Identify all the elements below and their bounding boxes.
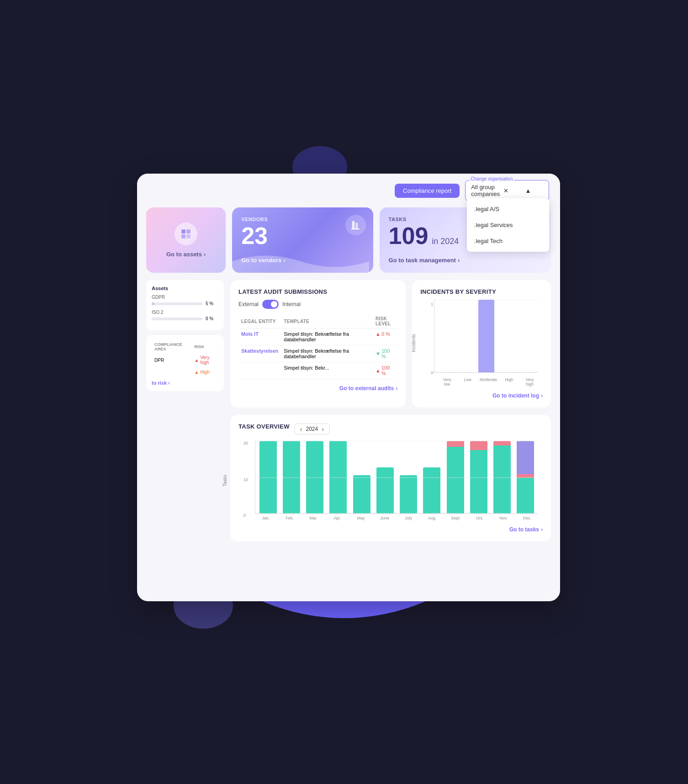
audit-risk-2: ▲ 100 %	[373, 362, 397, 379]
dropdown-item-0[interactable]: .legal A/S	[467, 201, 549, 217]
compliance-area-1	[153, 368, 192, 376]
x-label-very-low: Verylow	[439, 377, 455, 387]
audit-template-2: Simpel tilsyn: Bekr...	[281, 362, 373, 379]
go-to-audits-link[interactable]: Go to external audits ›	[339, 385, 397, 392]
dropdown-item-1[interactable]: .legal Services	[467, 217, 549, 233]
go-to-tasks-link[interactable]: Go to tasks ›	[509, 526, 543, 533]
gdpr-label: GDPR	[152, 295, 218, 300]
risk-up-0: ▲ 0 %	[376, 331, 395, 337]
vendors-card: VENDORS 23 Go to vendors ›	[232, 207, 373, 273]
main-dashboard-card: Compliance report Change organisation Al…	[137, 174, 560, 601]
vendor-icon	[345, 215, 366, 235]
svg-rect-1	[186, 229, 191, 233]
audit-card: LATEST AUDIT SUBMISSIONS External Intern…	[230, 280, 406, 408]
task-chart-wrapper: Tasks 20 10 0	[238, 441, 543, 520]
gdpr-progress-item: GDPR 5 %	[152, 295, 218, 306]
task-bar-stack-4	[353, 475, 370, 514]
task-bar-stack-5	[376, 467, 394, 514]
org-dropdown-menu: .legal A/S .legal Services .legal Tech	[467, 198, 549, 252]
task-x-label-2: Mar.	[302, 516, 324, 520]
risk-badge-high: ▲ High	[195, 370, 216, 375]
tasks-year: in 2024	[432, 237, 459, 246]
col-entity: LEGAL ENTITY	[238, 314, 281, 328]
go-to-incidents-link[interactable]: Go to incident log ›	[492, 392, 543, 399]
left-sidebar: Assets GDPR 5 % ISO 2	[146, 280, 224, 541]
audit-row-2: Simpel tilsyn: Bekr... ▲ 100 %	[238, 362, 397, 379]
go-to-assets-link[interactable]: Go to assets ›	[166, 251, 206, 258]
year-next-button[interactable]: ›	[321, 425, 325, 433]
iso-progress-bg	[152, 318, 203, 320]
arrow-right-icon: ›	[204, 251, 206, 258]
arrow-right-icon: ›	[541, 392, 543, 399]
toggle-external-label: External	[238, 301, 259, 307]
toggle-internal-label: Internal	[282, 301, 301, 307]
task-chart: 20 10 0	[255, 441, 538, 514]
task-x-labels: Jan.Feb.Mar.Apr.MayJuneJulyAug.Sept.Oct.…	[255, 516, 538, 520]
task-x-label-5: June	[374, 516, 396, 520]
task-x-label-4: May	[350, 516, 372, 520]
risk-up-icon-2: ▲	[195, 370, 199, 375]
x-label-very-high: Veryhigh	[521, 377, 538, 387]
task-bar-stack-6	[400, 475, 417, 514]
dropdown-item-2[interactable]: .legal Tech	[467, 233, 549, 249]
go-to-incident-log: Go to incident log ›	[420, 391, 543, 399]
task-x-label-0: Jan.	[255, 516, 277, 520]
task-overview-card: TASK OVERVIEW ‹ 2024 › Tasks	[230, 415, 551, 541]
iso-progress-item: ISO 2 0 %	[152, 310, 218, 321]
risk-header: RISK	[193, 341, 217, 352]
gdpr-progress-row: 5 %	[152, 301, 218, 306]
audit-row-1: Skattestyrelsen Simpel tilsyn: Bekræftel…	[238, 345, 397, 362]
task-x-label-8: Sept.	[445, 516, 467, 520]
audit-template-0: Simpel tilsyn: Bekræftelse fra databehan…	[281, 328, 373, 345]
iso-progress-row: 0 %	[152, 316, 218, 321]
col-risk: RISKLEVEL	[373, 314, 397, 328]
task-overview-header: TASK OVERVIEW ‹ 2024 ›	[238, 423, 543, 434]
task-grid-mid: 10	[255, 477, 538, 478]
gdpr-percent: 5 %	[206, 301, 218, 306]
risk-down-1: ▼ 100 %	[376, 348, 395, 359]
incidents-title: INCIDENTS BY SEVERITY	[420, 288, 543, 295]
task-x-label-11: Dec.	[516, 516, 538, 520]
audit-toggle[interactable]	[262, 300, 279, 309]
audit-toggle-row: External Internal	[238, 300, 397, 309]
audit-entity-1[interactable]: Skattestyrelsen	[238, 345, 281, 362]
audit-template-1: Simpel tilsyn: Bekræftelse fra databehan…	[281, 345, 373, 362]
task-y-0: 0	[243, 513, 246, 518]
task-overview-title: TASK OVERVIEW	[238, 423, 290, 430]
task-bar-stack-7	[423, 467, 440, 514]
y-tick-0: 0	[431, 371, 433, 375]
audit-risk-1: ▼ 100 %	[373, 345, 397, 362]
arrow-right-icon: ›	[168, 380, 170, 386]
gdpr-progress-bg	[152, 302, 203, 305]
svg-rect-4	[352, 221, 355, 229]
svg-rect-3	[186, 234, 191, 238]
task-x-label-9: Oct.	[469, 516, 491, 520]
iso-percent: 0 %	[206, 316, 218, 321]
audit-entity-0[interactable]: Mols IT	[238, 328, 281, 345]
risk-up-2: ▲ 100 %	[376, 365, 395, 376]
go-to-tasks: Go to tasks ›	[238, 525, 543, 533]
go-to-task-management-link[interactable]: Go to task management ›	[389, 257, 542, 264]
svg-rect-5	[355, 222, 358, 229]
org-clear-icon[interactable]: ✕	[503, 187, 521, 194]
col-template: TEMPLATE	[281, 314, 373, 328]
assets-icon	[175, 222, 197, 245]
compliance-row-0: DPR ▲ Very high	[153, 353, 217, 367]
assets-sidebar-title: Assets	[152, 286, 218, 291]
two-col-row: LATEST AUDIT SUBMISSIONS External Intern…	[230, 280, 551, 408]
task-x-label-7: Aug.	[421, 516, 443, 520]
risk-badge-very-high: ▲ Very high	[195, 355, 216, 365]
go-to-risk-link[interactable]: to risk ›	[152, 380, 218, 386]
year-display: 2024	[306, 426, 318, 432]
right-col: LATEST AUDIT SUBMISSIONS External Intern…	[230, 280, 551, 541]
audit-entity-2[interactable]	[238, 362, 281, 379]
year-prev-button[interactable]: ‹	[299, 425, 303, 433]
y-tick-1: 1	[431, 302, 433, 307]
go-to-external-audits: Go to external audits ›	[238, 384, 397, 392]
compliance-area-0: DPR	[153, 353, 192, 367]
svg-rect-6	[351, 228, 360, 229]
chevron-up-icon: ▲	[525, 187, 543, 194]
iso-label: ISO 2	[152, 310, 218, 315]
audit-risk-0: ▲ 0 %	[373, 328, 397, 345]
compliance-report-button[interactable]: Compliance report	[395, 184, 460, 198]
